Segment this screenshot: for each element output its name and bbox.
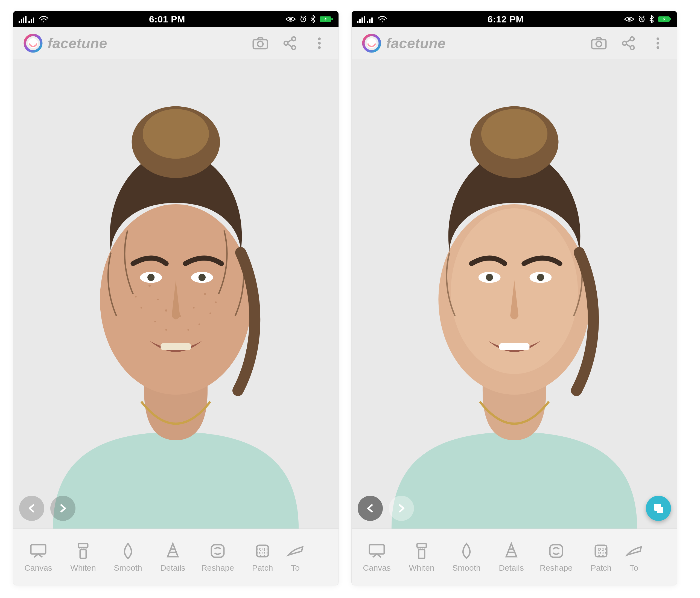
svg-point-35 <box>209 313 211 314</box>
svg-point-78 <box>537 274 544 281</box>
tool-label: Whiten <box>409 563 434 573</box>
more-menu-button[interactable] <box>649 34 667 52</box>
svg-rect-53 <box>364 16 365 23</box>
battery-icon <box>319 16 333 23</box>
app-header: facetune <box>352 27 677 59</box>
svg-rect-11 <box>331 18 333 20</box>
svg-rect-51 <box>359 19 361 23</box>
app-logo-icon <box>362 34 381 53</box>
svg-rect-79 <box>499 343 529 350</box>
svg-rect-88 <box>419 550 425 558</box>
tool-label: To <box>629 563 638 573</box>
svg-point-34 <box>199 323 200 325</box>
svg-rect-86 <box>369 545 384 554</box>
tool-label: Details <box>160 563 185 573</box>
tool-details[interactable]: Details <box>150 529 195 585</box>
svg-point-32 <box>166 329 167 330</box>
svg-point-24 <box>148 285 151 287</box>
tool-label: Reshape <box>540 563 573 573</box>
redo-button[interactable] <box>389 496 414 521</box>
svg-point-33 <box>154 321 156 322</box>
tool-tones[interactable]: To <box>285 529 306 585</box>
svg-point-70 <box>656 42 659 45</box>
svg-rect-42 <box>160 343 191 350</box>
svg-rect-90 <box>595 545 607 557</box>
svg-point-26 <box>165 309 167 312</box>
svg-point-58 <box>628 18 630 20</box>
svg-rect-6 <box>33 18 34 23</box>
svg-point-20 <box>318 42 321 45</box>
app-name: facetune <box>48 35 107 51</box>
portrait-image <box>13 59 339 528</box>
svg-rect-87 <box>417 544 426 547</box>
tool-details[interactable]: Details <box>489 529 534 585</box>
svg-point-21 <box>318 46 321 49</box>
svg-point-76 <box>486 274 493 281</box>
svg-point-37 <box>215 301 217 303</box>
svg-rect-4 <box>28 21 30 23</box>
svg-point-25 <box>157 299 158 300</box>
tool-patch[interactable]: Patch <box>579 529 623 585</box>
tool-whiten[interactable]: Whiten <box>61 529 105 585</box>
app-header: facetune <box>13 27 339 59</box>
svg-point-65 <box>596 41 602 47</box>
tool-whiten[interactable]: Whiten <box>399 529 444 585</box>
svg-rect-49 <box>257 545 268 557</box>
redo-button[interactable] <box>50 496 75 521</box>
svg-point-66 <box>630 37 634 41</box>
tool-canvas[interactable]: Canvas <box>354 529 399 585</box>
eye-icon <box>624 16 634 22</box>
svg-point-71 <box>656 46 659 49</box>
svg-point-8 <box>290 18 292 20</box>
tool-reshape[interactable]: Reshape <box>534 529 579 585</box>
camera-button[interactable] <box>252 34 269 52</box>
photo-canvas[interactable] <box>352 59 677 528</box>
svg-point-18 <box>292 46 296 49</box>
status-time: 6:12 PM <box>488 14 524 25</box>
tool-smooth[interactable]: Smooth <box>105 529 150 585</box>
tool-patch[interactable]: Patch <box>240 529 285 585</box>
tool-label: Canvas <box>363 563 391 573</box>
eye-icon <box>285 16 296 22</box>
tool-label: Whiten <box>70 563 96 573</box>
svg-point-81 <box>481 109 547 159</box>
tool-tones[interactable]: To <box>623 529 644 585</box>
svg-rect-54 <box>367 21 368 23</box>
tool-canvas[interactable]: Canvas <box>16 529 61 585</box>
svg-point-19 <box>318 38 321 40</box>
portrait-image <box>352 59 677 528</box>
tool-label: Patch <box>591 563 612 573</box>
tool-label: Details <box>499 563 524 573</box>
tool-smooth[interactable]: Smooth <box>444 529 489 585</box>
svg-rect-48 <box>211 545 224 557</box>
tool-reshape[interactable]: Reshape <box>195 529 240 585</box>
app-name: facetune <box>386 35 446 51</box>
share-button[interactable] <box>281 34 299 52</box>
svg-rect-45 <box>31 545 46 554</box>
svg-point-39 <box>147 274 154 281</box>
tool-bar: Canvas Whiten Smooth Details Reshape Pat… <box>13 528 339 585</box>
status-time: 6:01 PM <box>149 14 185 25</box>
more-menu-button[interactable] <box>310 34 328 52</box>
phone-screenshot-after: 6:12 PM facetun <box>352 11 677 585</box>
wifi-icon <box>39 15 49 23</box>
tool-bar: Canvas Whiten Smooth Details Reshape Pat… <box>352 528 677 585</box>
camera-button[interactable] <box>590 34 607 52</box>
svg-point-29 <box>204 293 206 295</box>
svg-rect-2 <box>23 18 24 23</box>
status-bar: 6:12 PM <box>352 11 677 27</box>
svg-rect-50 <box>357 21 358 23</box>
tool-label: Canvas <box>24 563 52 573</box>
photo-canvas[interactable] <box>13 59 339 528</box>
tool-label: Reshape <box>201 563 234 573</box>
compare-fab[interactable] <box>646 496 671 521</box>
svg-point-44 <box>143 109 209 159</box>
svg-rect-47 <box>80 550 86 558</box>
battery-icon <box>658 16 672 23</box>
bluetooth-icon <box>310 15 316 23</box>
share-button[interactable] <box>620 34 637 52</box>
tool-label: Patch <box>252 563 273 573</box>
undo-button[interactable] <box>358 496 383 521</box>
svg-point-41 <box>199 274 206 281</box>
undo-button[interactable] <box>19 496 44 521</box>
